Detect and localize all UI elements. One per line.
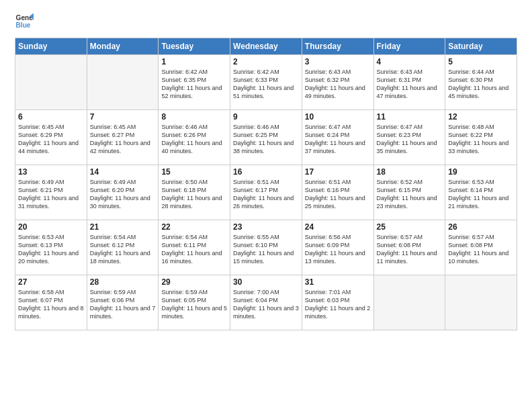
calendar-cell: 10Sunrise: 6:47 AMSunset: 6:24 PMDayligh… (302, 110, 373, 165)
calendar-cell: 9Sunrise: 6:46 AMSunset: 6:25 PMDaylight… (230, 110, 302, 165)
day-number: 26 (448, 222, 514, 232)
day-number: 12 (448, 112, 514, 122)
cell-info: Sunrise: 6:51 AMSunset: 6:17 PMDaylight:… (233, 178, 299, 211)
calendar-cell: 2Sunrise: 6:42 AMSunset: 6:33 PMDaylight… (230, 55, 302, 110)
cell-info: Sunrise: 6:43 AMSunset: 6:32 PMDaylight:… (305, 68, 371, 101)
calendar-cell: 13Sunrise: 6:49 AMSunset: 6:21 PMDayligh… (15, 165, 87, 220)
cell-info: Sunrise: 6:46 AMSunset: 6:25 PMDaylight:… (233, 123, 299, 156)
day-number: 13 (18, 167, 84, 177)
calendar-cell: 19Sunrise: 6:53 AMSunset: 6:14 PMDayligh… (445, 165, 517, 220)
day-number: 2 (233, 57, 299, 66)
cell-info: Sunrise: 6:49 AMSunset: 6:21 PMDaylight:… (18, 178, 84, 211)
cell-info: Sunrise: 6:51 AMSunset: 6:16 PMDaylight:… (305, 178, 371, 211)
calendar-cell: 4Sunrise: 6:43 AMSunset: 6:31 PMDaylight… (373, 55, 445, 110)
weekday-header: Tuesday (159, 38, 230, 55)
weekday-header: Friday (373, 38, 445, 55)
calendar-cell: 20Sunrise: 6:53 AMSunset: 6:13 PMDayligh… (15, 220, 87, 275)
calendar-cell (15, 55, 87, 110)
weekday-header: Thursday (302, 38, 373, 55)
day-number: 4 (377, 57, 443, 66)
day-number: 27 (18, 277, 84, 287)
cell-info: Sunrise: 6:45 AMSunset: 6:27 PMDaylight:… (90, 123, 156, 156)
cell-info: Sunrise: 7:00 AMSunset: 6:04 PMDaylight:… (233, 288, 299, 321)
logo-icon: General Blue (15, 12, 34, 31)
cell-info: Sunrise: 6:47 AMSunset: 6:23 PMDaylight:… (377, 123, 443, 156)
day-number: 3 (305, 57, 371, 66)
calendar-cell: 1Sunrise: 6:42 AMSunset: 6:35 PMDaylight… (159, 55, 230, 110)
week-row: 13Sunrise: 6:49 AMSunset: 6:21 PMDayligh… (15, 165, 517, 220)
cell-info: Sunrise: 6:42 AMSunset: 6:33 PMDaylight:… (233, 68, 299, 101)
calendar-cell: 31Sunrise: 7:01 AMSunset: 6:03 PMDayligh… (302, 275, 373, 330)
calendar-cell: 22Sunrise: 6:54 AMSunset: 6:11 PMDayligh… (159, 220, 230, 275)
day-number: 19 (448, 167, 514, 177)
cell-info: Sunrise: 6:43 AMSunset: 6:31 PMDaylight:… (377, 68, 443, 101)
day-number: 20 (18, 222, 84, 232)
week-row: 1Sunrise: 6:42 AMSunset: 6:35 PMDaylight… (15, 55, 517, 110)
weekday-header: Sunday (15, 38, 87, 55)
day-number: 5 (448, 57, 514, 66)
day-number: 29 (161, 277, 227, 287)
cell-info: Sunrise: 6:54 AMSunset: 6:11 PMDaylight:… (161, 233, 227, 266)
calendar-cell: 12Sunrise: 6:48 AMSunset: 6:22 PMDayligh… (445, 110, 517, 165)
svg-text:Blue: Blue (16, 21, 31, 29)
day-number: 24 (305, 222, 371, 232)
header: General Blue (15, 12, 517, 31)
calendar-cell: 18Sunrise: 6:52 AMSunset: 6:15 PMDayligh… (373, 165, 445, 220)
week-row: 6Sunrise: 6:45 AMSunset: 6:29 PMDaylight… (15, 110, 517, 165)
cell-info: Sunrise: 6:53 AMSunset: 6:14 PMDaylight:… (448, 178, 514, 211)
day-number: 22 (161, 222, 227, 232)
cell-info: Sunrise: 6:44 AMSunset: 6:30 PMDaylight:… (448, 68, 514, 101)
calendar: SundayMondayTuesdayWednesdayThursdayFrid… (15, 38, 517, 330)
calendar-cell: 21Sunrise: 6:54 AMSunset: 6:12 PMDayligh… (87, 220, 159, 275)
day-number: 23 (233, 222, 299, 232)
calendar-cell: 15Sunrise: 6:50 AMSunset: 6:18 PMDayligh… (159, 165, 230, 220)
day-number: 8 (161, 112, 227, 122)
cell-info: Sunrise: 6:59 AMSunset: 6:05 PMDaylight:… (161, 288, 227, 321)
cell-info: Sunrise: 6:45 AMSunset: 6:29 PMDaylight:… (18, 123, 84, 156)
calendar-cell: 3Sunrise: 6:43 AMSunset: 6:32 PMDaylight… (302, 55, 373, 110)
logo: General Blue (15, 12, 34, 31)
cell-info: Sunrise: 6:58 AMSunset: 6:07 PMDaylight:… (18, 288, 84, 321)
weekday-header-row: SundayMondayTuesdayWednesdayThursdayFrid… (15, 38, 517, 55)
cell-info: Sunrise: 6:42 AMSunset: 6:35 PMDaylight:… (161, 68, 227, 101)
cell-info: Sunrise: 6:48 AMSunset: 6:22 PMDaylight:… (448, 123, 514, 156)
calendar-cell: 24Sunrise: 6:56 AMSunset: 6:09 PMDayligh… (302, 220, 373, 275)
calendar-cell: 30Sunrise: 7:00 AMSunset: 6:04 PMDayligh… (230, 275, 302, 330)
cell-info: Sunrise: 6:57 AMSunset: 6:08 PMDaylight:… (448, 233, 514, 266)
calendar-cell: 17Sunrise: 6:51 AMSunset: 6:16 PMDayligh… (302, 165, 373, 220)
calendar-cell: 16Sunrise: 6:51 AMSunset: 6:17 PMDayligh… (230, 165, 302, 220)
calendar-cell: 28Sunrise: 6:59 AMSunset: 6:06 PMDayligh… (87, 275, 159, 330)
day-number: 11 (377, 112, 443, 122)
cell-info: Sunrise: 6:57 AMSunset: 6:08 PMDaylight:… (377, 233, 443, 266)
cell-info: Sunrise: 6:53 AMSunset: 6:13 PMDaylight:… (18, 233, 84, 266)
calendar-cell: 14Sunrise: 6:49 AMSunset: 6:20 PMDayligh… (87, 165, 159, 220)
day-number: 30 (233, 277, 299, 287)
calendar-cell: 11Sunrise: 6:47 AMSunset: 6:23 PMDayligh… (373, 110, 445, 165)
day-number: 9 (233, 112, 299, 122)
day-number: 21 (90, 222, 156, 232)
day-number: 1 (161, 57, 227, 66)
day-number: 31 (305, 277, 371, 287)
calendar-cell: 6Sunrise: 6:45 AMSunset: 6:29 PMDaylight… (15, 110, 87, 165)
cell-info: Sunrise: 6:56 AMSunset: 6:09 PMDaylight:… (305, 233, 371, 266)
weekday-header: Wednesday (230, 38, 302, 55)
day-number: 25 (377, 222, 443, 232)
calendar-cell (373, 275, 445, 330)
day-number: 14 (90, 167, 156, 177)
calendar-cell: 27Sunrise: 6:58 AMSunset: 6:07 PMDayligh… (15, 275, 87, 330)
calendar-cell (445, 275, 517, 330)
calendar-cell: 26Sunrise: 6:57 AMSunset: 6:08 PMDayligh… (445, 220, 517, 275)
cell-info: Sunrise: 6:50 AMSunset: 6:18 PMDaylight:… (161, 178, 227, 211)
cell-info: Sunrise: 6:54 AMSunset: 6:12 PMDaylight:… (90, 233, 156, 266)
calendar-cell: 5Sunrise: 6:44 AMSunset: 6:30 PMDaylight… (445, 55, 517, 110)
cell-info: Sunrise: 6:47 AMSunset: 6:24 PMDaylight:… (305, 123, 371, 156)
cell-info: Sunrise: 6:55 AMSunset: 6:10 PMDaylight:… (233, 233, 299, 266)
cell-info: Sunrise: 6:52 AMSunset: 6:15 PMDaylight:… (377, 178, 443, 211)
day-number: 28 (90, 277, 156, 287)
day-number: 17 (305, 167, 371, 177)
cell-info: Sunrise: 6:49 AMSunset: 6:20 PMDaylight:… (90, 178, 156, 211)
week-row: 27Sunrise: 6:58 AMSunset: 6:07 PMDayligh… (15, 275, 517, 330)
weekday-header: Saturday (445, 38, 517, 55)
weekday-header: Monday (87, 38, 159, 55)
calendar-cell: 8Sunrise: 6:46 AMSunset: 6:26 PMDaylight… (159, 110, 230, 165)
